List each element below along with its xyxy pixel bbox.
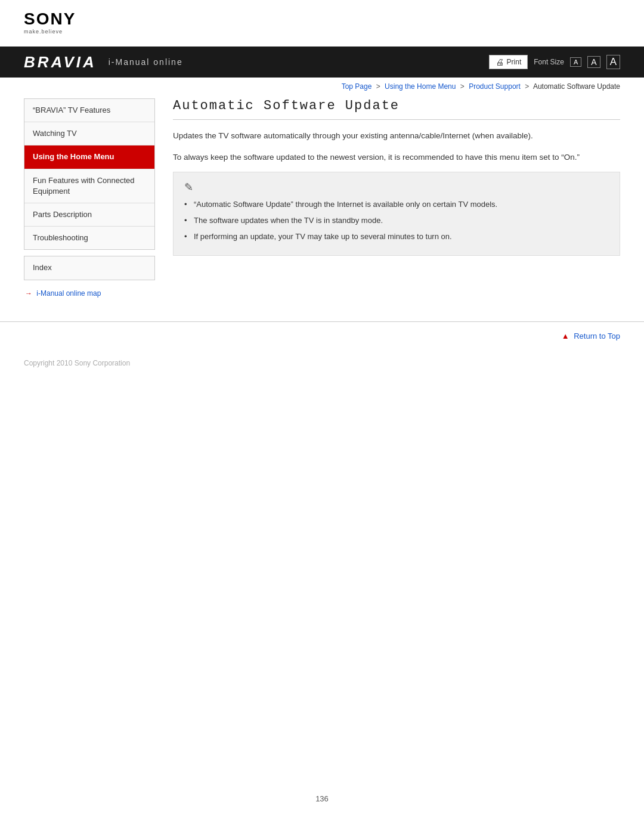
page-number: 136: [0, 788, 644, 809]
sidebar-item-bravia-features[interactable]: “BRAVIA” TV Features: [24, 99, 154, 122]
bravia-banner: BRAVIA i-Manual online 🖨 Print Font Size…: [0, 47, 644, 78]
breadcrumb: Top Page > Using the Home Menu > Product…: [0, 78, 644, 95]
breadcrumb-sep-3: >: [525, 82, 529, 91]
note-item-3: If performing an update, your TV may tak…: [184, 231, 609, 243]
content-area: Automatic Software Update Updates the TV…: [167, 98, 620, 298]
page-title: Automatic Software Update: [173, 98, 620, 120]
main-layout: “BRAVIA” TV Features Watching TV Using t…: [0, 98, 644, 298]
sidebar-item-index[interactable]: Index: [24, 256, 154, 279]
sidebar-item-fun-features[interactable]: Fun Features with Connected Equipment: [24, 169, 154, 203]
banner-right: 🖨 Print Font Size A A A: [489, 55, 620, 69]
sony-brand-text: SONY: [24, 11, 76, 27]
sidebar-index: Index: [24, 256, 155, 280]
return-to-top-link[interactable]: ▲ Return to Top: [562, 332, 620, 340]
breadcrumb-product-support[interactable]: Product Support: [469, 82, 521, 91]
logo-area: SONY make.believe: [0, 0, 644, 41]
note-list: “Automatic Software Update” through the …: [184, 199, 609, 243]
return-to-top-bar: ▲ Return to Top: [0, 321, 644, 349]
print-icon: 🖨: [496, 57, 504, 67]
triangle-up-icon: ▲: [562, 332, 569, 340]
breadcrumb-sep-2: >: [460, 82, 465, 91]
footer: Copyright 2010 Sony Corporation: [0, 349, 644, 377]
breadcrumb-using-home[interactable]: Using the Home Menu: [385, 82, 456, 91]
banner-left: BRAVIA i-Manual online: [24, 53, 183, 72]
note-box: ✎ “Automatic Software Update” through th…: [173, 172, 620, 255]
breadcrumb-top-page[interactable]: Top Page: [342, 82, 372, 91]
note-item-1: “Automatic Software Update” through the …: [184, 199, 609, 211]
sidebar: “BRAVIA” TV Features Watching TV Using t…: [24, 98, 155, 298]
sony-logo: SONY make.believe: [24, 11, 620, 35]
breadcrumb-current: Automatic Software Update: [533, 82, 620, 91]
font-size-label: Font Size: [534, 58, 564, 66]
map-link-arrow: →: [25, 289, 32, 298]
banner-subtitle: i-Manual online: [109, 57, 183, 67]
sidebar-item-watching-tv[interactable]: Watching TV: [24, 122, 154, 145]
sidebar-nav: “BRAVIA” TV Features Watching TV Using t…: [24, 98, 155, 250]
content-para-1: Updates the TV software automatically th…: [173, 129, 620, 143]
breadcrumb-sep-1: >: [376, 82, 380, 91]
note-icon: ✎: [184, 181, 609, 194]
font-small-button[interactable]: A: [570, 57, 581, 67]
return-to-top-label: Return to Top: [574, 332, 620, 340]
sidebar-item-parts-description[interactable]: Parts Description: [24, 203, 154, 227]
content-para-2: To always keep the software updated to t…: [173, 151, 620, 164]
copyright-text: Copyright 2010 Sony Corporation: [24, 359, 130, 367]
print-label: Print: [507, 58, 522, 66]
sidebar-item-using-home-menu[interactable]: Using the Home Menu: [24, 145, 154, 169]
sony-tagline: make.believe: [24, 29, 63, 35]
sidebar-item-troubleshooting[interactable]: Troubleshooting: [24, 227, 154, 249]
bravia-logo: BRAVIA: [24, 53, 97, 72]
note-item-2: The software updates when the TV is in s…: [184, 215, 609, 227]
font-large-button[interactable]: A: [606, 55, 620, 69]
imanual-map-link[interactable]: i-Manual online map: [36, 289, 101, 298]
font-medium-button[interactable]: A: [587, 56, 600, 68]
sidebar-map-link: → i-Manual online map: [24, 289, 155, 298]
print-button[interactable]: 🖨 Print: [489, 55, 528, 69]
